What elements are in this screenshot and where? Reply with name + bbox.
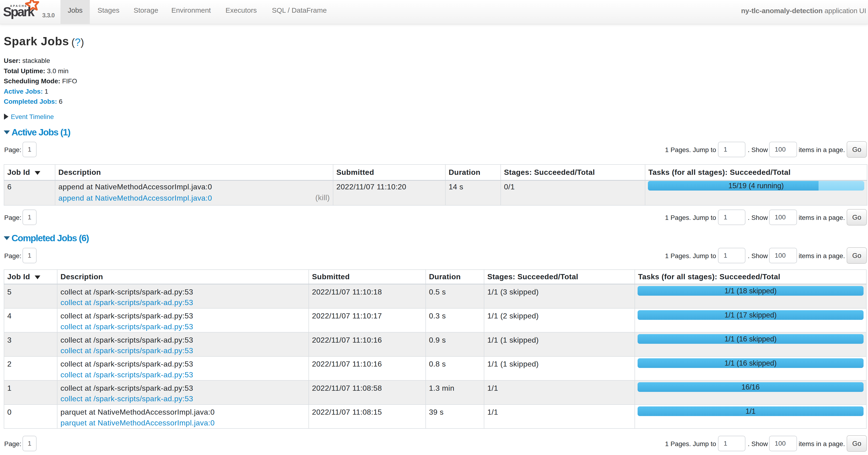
svg-text:Spark: Spark: [3, 4, 35, 19]
